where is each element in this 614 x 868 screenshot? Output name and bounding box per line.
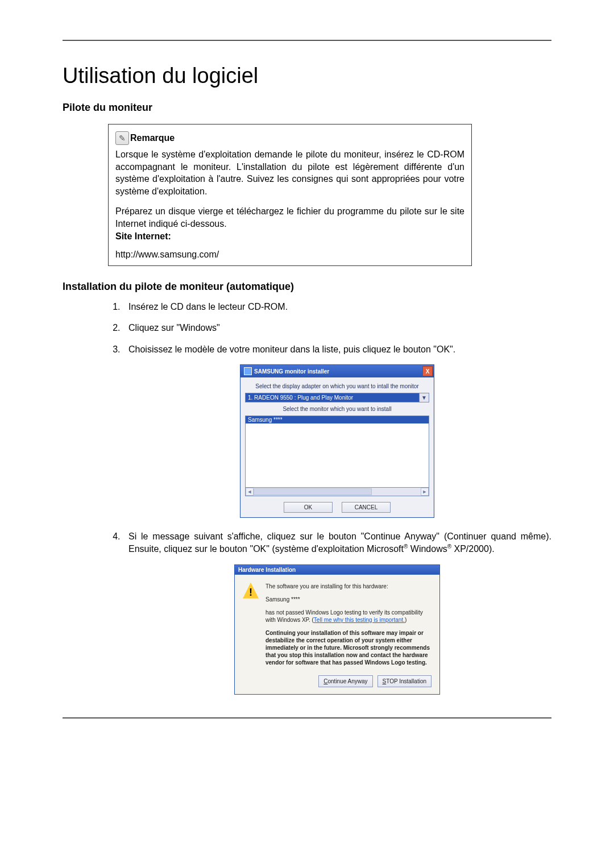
hardware-installation-dialog: Hardware Installation ! The software you…: [234, 564, 440, 695]
stop-installation-button[interactable]: STOP Installation: [377, 675, 432, 687]
step-1: Insérez le CD dans le lecteur CD-ROM.: [123, 301, 551, 313]
hw-line-3b: ): [405, 617, 406, 623]
hw-line-1: The software you are installing for this…: [265, 583, 432, 590]
hardware-dialog-wrap: Hardware Installation ! The software you…: [123, 564, 551, 695]
dialog-title: SAMSUNG monitor installer: [254, 368, 329, 375]
install-heading: Installation du pilote de moniteur (auto…: [63, 281, 551, 293]
remark-text-1: Lorsque le système d'exploitation demand…: [115, 148, 464, 197]
continue-anyway-button[interactable]: Continue Anyway: [318, 675, 372, 687]
hw-line-3: has not passed Windows Logo testing to v…: [265, 609, 432, 624]
dialog-titlebar: SAMSUNG monitor installer X: [240, 365, 434, 377]
hw-dialog-title: Hardware Installation: [235, 565, 439, 575]
cancel-button[interactable]: CANCEL: [342, 502, 391, 513]
steps-list: Insérez le CD dans le lecteur CD-ROM. Cl…: [108, 301, 551, 695]
remark-text-2: Préparez un disque vierge et téléchargez…: [115, 205, 464, 230]
page-title: Utilisation du logiciel: [63, 64, 551, 88]
step-4-text-c: XP/2000).: [451, 544, 495, 554]
top-rule: [63, 40, 551, 41]
adapter-dropdown[interactable]: 1. RADEON 9550 : Plug and Play Monitor ▼: [245, 393, 429, 402]
stop-rest: TOP Installation: [386, 678, 426, 684]
samsung-dialog-wrap: SAMSUNG monitor installer X Select the d…: [123, 364, 551, 518]
step-4: Si le message suivant s'affiche, cliquez…: [123, 530, 551, 555]
step-2: Cliquez sur "Windows": [123, 322, 551, 334]
note-icon: ✎: [115, 131, 129, 145]
bottom-rule: [63, 717, 551, 719]
remark-header: ✎ Remarque: [115, 131, 464, 145]
reg-mark-2: ®: [447, 543, 451, 550]
hw-dialog-body: ! The software you are installing for th…: [235, 575, 439, 694]
adapter-prompt: Select the display adapter on which you …: [245, 383, 429, 389]
hw-dialog-buttons: Continue Anyway STOP Installation: [243, 675, 432, 687]
monitor-list[interactable]: Samsung **** ◄ ►: [245, 416, 429, 496]
close-icon[interactable]: X: [422, 366, 433, 376]
horizontal-scrollbar[interactable]: ◄ ►: [246, 487, 429, 496]
chevron-down-icon[interactable]: ▼: [419, 393, 429, 402]
hw-texts: The software you are installing for this…: [265, 583, 432, 672]
adapter-selected: 1. RADEON 9550 : Plug and Play Monitor: [246, 393, 419, 402]
step-3: Choisissez le modèle de votre moniteur d…: [123, 343, 551, 356]
site-label: Site Internet:: [115, 231, 464, 242]
dialog-body: Select the display adapter on which you …: [240, 377, 434, 517]
ok-button[interactable]: OK: [284, 502, 333, 513]
document-page: Utilisation du logiciel Pilote du monite…: [0, 0, 614, 868]
hw-warning-text: Continuing your installation of this sof…: [265, 629, 432, 666]
scroll-left-icon[interactable]: ◄: [246, 488, 254, 496]
remark-box: ✎ Remarque Lorsque le système d'exploita…: [108, 124, 472, 266]
remark-title: Remarque: [130, 133, 175, 143]
warning-icon: !: [243, 583, 259, 599]
monitor-list-selected[interactable]: Samsung ****: [246, 416, 429, 423]
continue-rest: ontinue Anyway: [327, 678, 367, 684]
dialog-buttons: OK CANCEL: [245, 502, 429, 513]
scroll-right-icon[interactable]: ►: [421, 488, 429, 496]
monitor-prompt: Select the monitor which you want to ins…: [245, 406, 429, 412]
hw-line-2: Samsung ****: [265, 596, 432, 603]
samsung-installer-dialog: SAMSUNG monitor installer X Select the d…: [240, 364, 434, 518]
scroll-thumb[interactable]: [254, 488, 372, 495]
app-icon: [244, 367, 252, 375]
scroll-track[interactable]: [254, 488, 421, 496]
step-4-text-b: Windows: [408, 544, 447, 554]
why-testing-link[interactable]: Tell me why this testing is important.: [314, 617, 405, 623]
section-heading: Pilote du moniteur: [63, 102, 551, 114]
site-url-link[interactable]: http://www.samsung.com/: [115, 250, 219, 259]
